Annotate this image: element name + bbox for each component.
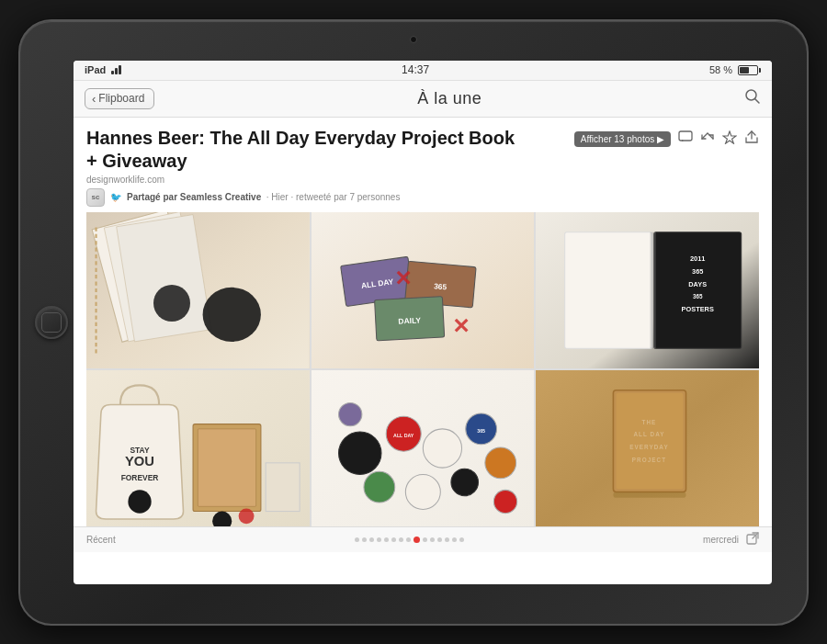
svg-text:ALL DAY: ALL DAY	[393, 433, 414, 438]
svg-text:✕: ✕	[393, 266, 411, 289]
svg-rect-19	[565, 232, 652, 348]
dot-5[interactable]	[384, 537, 389, 542]
article-title: Hannes Beer: The All Day Everyday Projec…	[86, 128, 515, 171]
svg-rect-21	[651, 232, 656, 348]
svg-text:365: 365	[693, 293, 703, 299]
svg-rect-33	[198, 428, 255, 505]
article-title-text: Hannes Beer: The All Day Everyday Projec…	[86, 127, 565, 173]
dot-13[interactable]	[445, 537, 449, 542]
svg-text:365: 365	[477, 428, 485, 434]
svg-point-38	[338, 432, 380, 474]
article-actions: Afficher 13 photos ▶	[574, 130, 759, 148]
star-icon[interactable]	[722, 130, 737, 148]
svg-point-46	[338, 402, 361, 425]
photo-6[interactable]: THE ALL DAY EVERYDAY PROJECT	[536, 370, 759, 526]
battery-icon	[738, 65, 761, 75]
bottom-bar: Récent mercredi	[74, 526, 772, 552]
svg-point-35	[239, 508, 255, 524]
svg-text:YOU: YOU	[125, 453, 154, 468]
status-time: 14:37	[402, 63, 429, 76]
dot-2[interactable]	[362, 537, 367, 542]
ipad-screen: iPad 14:37 58 % ‹	[74, 61, 772, 584]
svg-rect-57	[614, 491, 686, 497]
svg-rect-20	[654, 232, 742, 348]
photo-4[interactable]: STAY YOU FOREVER	[86, 370, 310, 526]
bottom-recent-label: Récent	[86, 535, 116, 545]
external-link-icon[interactable]	[746, 532, 759, 548]
retweet-icon[interactable]	[700, 130, 715, 147]
svg-point-44	[451, 469, 479, 496]
svg-point-42	[364, 471, 395, 503]
ipad-camera	[410, 36, 417, 43]
page-dots	[355, 537, 464, 543]
dot-14[interactable]	[452, 537, 457, 542]
photos-badge[interactable]: Afficher 13 photos ▶	[574, 131, 671, 147]
share-icon[interactable]	[744, 130, 759, 147]
svg-rect-36	[266, 462, 300, 511]
search-button[interactable]	[744, 88, 761, 109]
wifi-icon	[111, 65, 121, 74]
dot-8[interactable]	[406, 537, 411, 542]
dot-10[interactable]	[423, 537, 427, 542]
dot-4[interactable]	[377, 537, 381, 542]
dot-11[interactable]	[430, 537, 435, 542]
photo-1[interactable]	[86, 212, 310, 368]
nav-title: À la une	[417, 89, 481, 108]
back-chevron-icon: ‹	[92, 92, 96, 106]
dot-15[interactable]	[459, 537, 464, 542]
comment-icon[interactable]	[678, 130, 693, 147]
back-button[interactable]: ‹ Flipboard	[85, 88, 154, 109]
status-left: iPad	[85, 64, 121, 75]
svg-point-31	[128, 490, 151, 513]
svg-text:ALL DAY: ALL DAY	[634, 431, 665, 437]
photo-5[interactable]: ALL DAY 365	[312, 370, 535, 526]
article-source: designworklife.com	[86, 175, 759, 185]
dot-1[interactable]	[355, 537, 359, 542]
back-label: Flipboard	[98, 92, 144, 105]
nav-bar: ‹ Flipboard À la une	[74, 81, 772, 118]
article-header: Hannes Beer: The All Day Everyday Projec…	[74, 118, 772, 212]
svg-point-7	[203, 287, 261, 341]
article-meta: sc 🐦 Partagé par Seamless Creative · Hie…	[86, 188, 759, 207]
svg-point-45	[485, 446, 516, 478]
svg-text:2011: 2011	[690, 254, 705, 263]
svg-text:POSTERS: POSTERS	[682, 305, 714, 313]
svg-text:✕: ✕	[452, 314, 470, 338]
photo-3[interactable]: 2011 365 DAYS 365 POSTERS	[536, 212, 759, 368]
svg-point-47	[493, 490, 516, 513]
svg-point-40	[423, 428, 461, 467]
home-button[interactable]	[35, 306, 68, 339]
svg-text:FOREVER: FOREVER	[121, 472, 159, 481]
dot-9-active[interactable]	[414, 537, 420, 543]
meta-text: Partagé par Seamless Creative · Hier · r…	[127, 192, 400, 202]
dot-12[interactable]	[437, 537, 442, 542]
author-avatar: sc	[86, 188, 105, 207]
ipad-device: iPad 14:37 58 % ‹	[18, 19, 809, 626]
svg-text:EVERYDAY: EVERYDAY	[630, 444, 669, 450]
status-bar: iPad 14:37 58 %	[74, 61, 772, 81]
dot-7[interactable]	[399, 537, 403, 542]
svg-point-43	[405, 474, 440, 509]
svg-text:365: 365	[692, 267, 703, 276]
svg-text:THE: THE	[642, 418, 657, 424]
svg-line-1	[755, 98, 760, 103]
svg-text:DAILY: DAILY	[398, 315, 421, 325]
photo-2[interactable]: ALL DAY 365 DAILY ✕ ✕	[312, 212, 535, 368]
svg-text:365: 365	[433, 281, 447, 291]
dot-3[interactable]	[369, 537, 374, 542]
status-right: 58 %	[709, 64, 761, 75]
svg-rect-2	[679, 131, 692, 141]
dot-6[interactable]	[391, 537, 396, 542]
photo-grid: ALL DAY 365 DAILY ✕ ✕	[86, 212, 759, 526]
device-name-label: iPad	[85, 64, 106, 75]
battery-percent-label: 58 %	[709, 64, 732, 75]
svg-rect-52	[617, 392, 684, 488]
svg-text:DAYS: DAYS	[689, 279, 708, 288]
twitter-icon: 🐦	[110, 192, 121, 202]
svg-text:PROJECT: PROJECT	[632, 456, 666, 462]
bottom-wednesday-label: mercredi	[703, 535, 739, 545]
